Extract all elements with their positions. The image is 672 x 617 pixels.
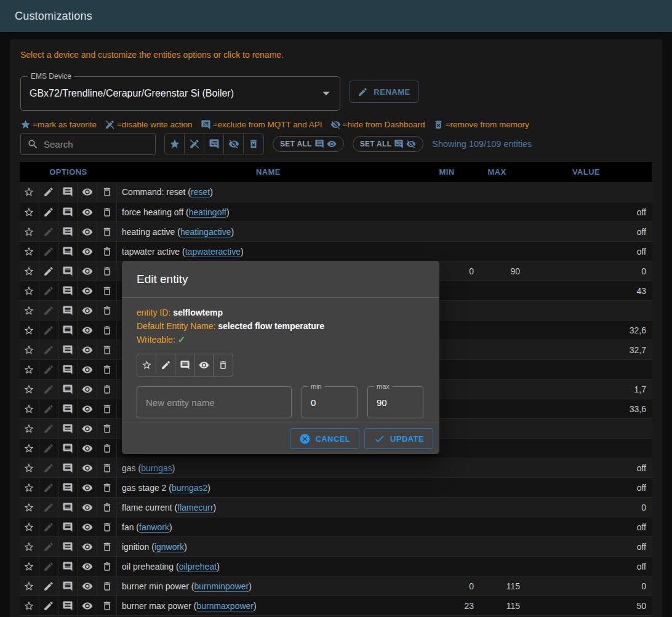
delete-entity-button[interactable]: [97, 281, 117, 300]
delete-entity-button[interactable]: [97, 222, 117, 241]
cancel-button[interactable]: CANCEL: [290, 428, 360, 449]
exclude-mqtt-button[interactable]: [58, 419, 78, 438]
edit-entity-button[interactable]: [39, 242, 59, 261]
exclude-mqtt-button[interactable]: [58, 557, 78, 576]
hide-dashboard-button[interactable]: [78, 517, 98, 536]
hide-dashboard-button[interactable]: [78, 576, 98, 595]
hide-dashboard-button[interactable]: [78, 380, 98, 399]
favorite-star-button[interactable]: [137, 354, 156, 376]
visibility-off-toggle-button[interactable]: [224, 134, 244, 154]
edit-entity-button[interactable]: [39, 498, 59, 517]
edit-entity-button[interactable]: [39, 261, 59, 281]
entity-id-link[interactable]: heatingactive: [180, 227, 231, 237]
entity-id-link[interactable]: burngas: [141, 463, 172, 473]
set-all-show-button[interactable]: SET ALL: [273, 136, 344, 152]
favorite-star-button[interactable]: [20, 576, 39, 595]
entity-id-link[interactable]: fanwork: [139, 522, 169, 532]
exclude-mqtt-button[interactable]: [58, 537, 78, 556]
favorite-star-button[interactable]: [20, 222, 39, 241]
hide-dashboard-button[interactable]: [78, 557, 98, 576]
hide-dashboard-button[interactable]: [78, 596, 98, 615]
exclude-mqtt-button[interactable]: [58, 222, 78, 241]
favorite-star-button[interactable]: [20, 281, 39, 300]
exclude-mqtt-button[interactable]: [58, 301, 78, 320]
edit-entity-button[interactable]: [39, 320, 59, 340]
exclude-mqtt-button[interactable]: [58, 399, 78, 418]
edit-entity-button[interactable]: [39, 399, 59, 418]
hide-dashboard-button[interactable]: [78, 320, 98, 340]
exclude-mqtt-button[interactable]: [58, 517, 78, 536]
star-toggle-button[interactable]: [165, 134, 185, 154]
favorite-star-button[interactable]: [20, 380, 39, 399]
favorite-star-button[interactable]: [20, 557, 39, 576]
hide-dashboard-button[interactable]: [78, 301, 98, 320]
delete-entity-button[interactable]: [97, 537, 117, 556]
exclude-mqtt-button[interactable]: [58, 498, 78, 517]
favorite-star-button[interactable]: [20, 478, 39, 497]
entity-id-link[interactable]: burngas2: [172, 483, 207, 493]
hide-dashboard-button[interactable]: [78, 478, 98, 497]
edit-entity-button[interactable]: [39, 596, 59, 615]
delete-entity-button[interactable]: [97, 202, 117, 221]
hide-dashboard-button[interactable]: [78, 537, 98, 556]
max-field[interactable]: max: [367, 386, 423, 418]
favorite-star-button[interactable]: [20, 242, 39, 261]
exclude-mqtt-button[interactable]: [58, 320, 78, 340]
search-box[interactable]: [20, 133, 156, 155]
new-entity-name-input[interactable]: [146, 397, 282, 408]
exclude-mqtt-button[interactable]: [58, 242, 78, 261]
search-input[interactable]: [44, 139, 149, 149]
delete-entity-button[interactable]: [97, 576, 117, 595]
delete-entity-button[interactable]: [97, 261, 117, 281]
exclude-mqtt-button[interactable]: [58, 182, 78, 202]
exclude-mqtt-button[interactable]: [58, 202, 78, 221]
edit-entity-button[interactable]: [39, 537, 59, 556]
delete-entity-button[interactable]: [97, 399, 117, 418]
set-all-hide-button[interactable]: SET ALL: [353, 136, 424, 152]
rename-button[interactable]: RENAME: [350, 81, 418, 103]
edit-entity-button[interactable]: [39, 458, 59, 477]
hide-dashboard-button[interactable]: [78, 261, 98, 281]
edit-entity-button[interactable]: [39, 419, 59, 438]
edit-entity-button[interactable]: [39, 576, 59, 595]
favorite-star-button[interactable]: [20, 439, 39, 458]
delete-entity-button[interactable]: [97, 596, 117, 615]
delete-entity-button[interactable]: [97, 301, 117, 320]
favorite-star-button[interactable]: [20, 498, 39, 517]
update-button[interactable]: UPDATE: [364, 428, 433, 449]
edit-entity-button[interactable]: [39, 439, 59, 458]
edit-entity-button[interactable]: [39, 360, 59, 379]
hide-dashboard-button[interactable]: [78, 182, 98, 202]
delete-entity-button[interactable]: [97, 498, 117, 517]
delete-entity-button[interactable]: [97, 340, 117, 359]
new-entity-name-field[interactable]: [137, 386, 292, 418]
delete-entity-button[interactable]: [97, 478, 117, 497]
hide-dashboard-button[interactable]: [78, 498, 98, 517]
edit-entity-button[interactable]: [39, 202, 59, 221]
edit-entity-button[interactable]: [39, 478, 59, 497]
exclude-mqtt-button[interactable]: [58, 576, 78, 595]
favorite-star-button[interactable]: [20, 419, 39, 438]
entity-id-link[interactable]: reset: [191, 187, 210, 197]
hide-dashboard-button[interactable]: [78, 202, 98, 221]
entity-id-link[interactable]: flamecurr: [177, 503, 213, 512]
favorite-star-button[interactable]: [20, 182, 39, 202]
exclude-mqtt-button[interactable]: [58, 478, 78, 497]
edit-entity-button[interactable]: [39, 517, 59, 536]
edit-entity-button[interactable]: [39, 301, 59, 320]
ems-device-select[interactable]: EMS Device GBx72/Trendline/Cerapur/Green…: [20, 76, 340, 111]
favorite-star-button[interactable]: [20, 261, 39, 281]
delete-entity-button[interactable]: [214, 354, 233, 376]
exclude-mqtt-button[interactable]: [58, 439, 78, 458]
favorite-star-button[interactable]: [20, 301, 39, 320]
hide-dashboard-button[interactable]: [78, 419, 98, 438]
delete-entity-button[interactable]: [97, 320, 117, 340]
hide-dashboard-button[interactable]: [78, 360, 98, 379]
delete-entity-button[interactable]: [97, 517, 117, 536]
delete-entity-button[interactable]: [97, 242, 117, 261]
delete-entity-button[interactable]: [97, 439, 117, 458]
favorite-star-button[interactable]: [20, 537, 39, 556]
delete-entity-button[interactable]: [97, 458, 117, 477]
edit-entity-button[interactable]: [39, 281, 59, 300]
edit-entity-button[interactable]: [39, 182, 59, 202]
